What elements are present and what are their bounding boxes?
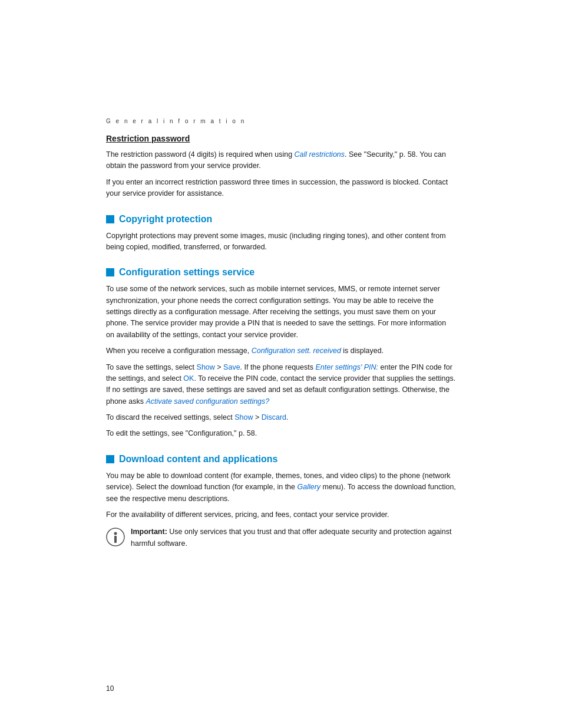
download-para1: You may be able to download content (for… bbox=[106, 470, 456, 505]
page-number: 10 bbox=[106, 684, 114, 693]
content-area: G e n e r a l i n f o r m a t i o n Rest… bbox=[0, 0, 562, 608]
download-icon bbox=[106, 455, 114, 463]
config-para5: To edit the settings, see "Configuration… bbox=[106, 428, 456, 439]
configuration-heading: Configuration settings service bbox=[119, 267, 254, 278]
config-para1: To use some of the network services, suc… bbox=[106, 284, 456, 341]
download-heading: Download content and applications bbox=[119, 454, 277, 465]
config-para3-text3: . If the phone requests bbox=[240, 363, 316, 371]
config-para3-text: To save the settings, select bbox=[106, 363, 197, 371]
show-link-1[interactable]: Show bbox=[197, 363, 215, 371]
copyright-body: Copyright protections may prevent some i… bbox=[106, 230, 456, 253]
config-para2-text2: is displayed. bbox=[341, 347, 384, 355]
download-section: Download content and applications You ma… bbox=[106, 454, 456, 549]
save-link[interactable]: Save bbox=[223, 363, 240, 371]
config-sett-received-link[interactable]: Configuration sett. received bbox=[252, 347, 341, 355]
config-para4-text2: > bbox=[253, 413, 261, 421]
restriction-para1: The restriction password (4 digits) is r… bbox=[106, 149, 456, 172]
important-label: Important: bbox=[131, 528, 167, 536]
config-para2: When you receive a configuration message… bbox=[106, 345, 456, 357]
restriction-para2: If you enter an incorrect restriction pa… bbox=[106, 177, 456, 200]
copyright-heading: Copyright protection bbox=[119, 214, 212, 225]
show-link-2[interactable]: Show bbox=[234, 413, 253, 421]
section-label: G e n e r a l i n f o r m a t i o n bbox=[106, 118, 456, 124]
config-para3-text2: > bbox=[215, 363, 223, 371]
config-para3: To save the settings, select Show > Save… bbox=[106, 362, 456, 408]
copyright-section: Copyright protection Copyright protectio… bbox=[106, 214, 456, 253]
configuration-heading-row: Configuration settings service bbox=[106, 267, 456, 278]
call-restrictions-link[interactable]: Call restrictions bbox=[295, 150, 345, 159]
discard-link[interactable]: Discard bbox=[262, 413, 286, 421]
important-box: Important: Use only services that you tr… bbox=[106, 526, 456, 549]
config-para4: To discard the received settings, select… bbox=[106, 412, 456, 423]
enter-settings-pin-link[interactable]: Enter settings' PIN: bbox=[315, 363, 378, 371]
configuration-section: Configuration settings service To use so… bbox=[106, 267, 456, 440]
svg-point-1 bbox=[114, 532, 117, 535]
page: G e n e r a l i n f o r m a t i o n Rest… bbox=[0, 0, 562, 728]
ok-link[interactable]: OK bbox=[183, 374, 194, 383]
download-heading-row: Download content and applications bbox=[106, 454, 456, 465]
configuration-icon bbox=[106, 268, 114, 276]
copyright-heading-row: Copyright protection bbox=[106, 214, 456, 225]
restriction-heading: Restriction password bbox=[106, 134, 456, 143]
config-para4-text: To discard the received settings, select bbox=[106, 413, 234, 421]
restriction-para1-text: The restriction password (4 digits) is r… bbox=[106, 150, 295, 159]
restriction-section: Restriction password The restriction pas… bbox=[106, 134, 456, 200]
important-body: Use only services that you trust and tha… bbox=[131, 528, 452, 547]
activate-config-link[interactable]: Activate saved configuration settings? bbox=[146, 397, 269, 406]
config-para4-text3: . bbox=[286, 413, 288, 421]
svg-rect-2 bbox=[114, 536, 117, 543]
copyright-icon bbox=[106, 215, 114, 223]
gallery-link[interactable]: Gallery bbox=[297, 483, 320, 491]
download-para2: For the availability of different servic… bbox=[106, 509, 456, 521]
config-para2-text: When you receive a configuration message… bbox=[106, 347, 252, 355]
important-paragraph: Important: Use only services that you tr… bbox=[131, 526, 456, 549]
important-icon bbox=[106, 528, 125, 546]
